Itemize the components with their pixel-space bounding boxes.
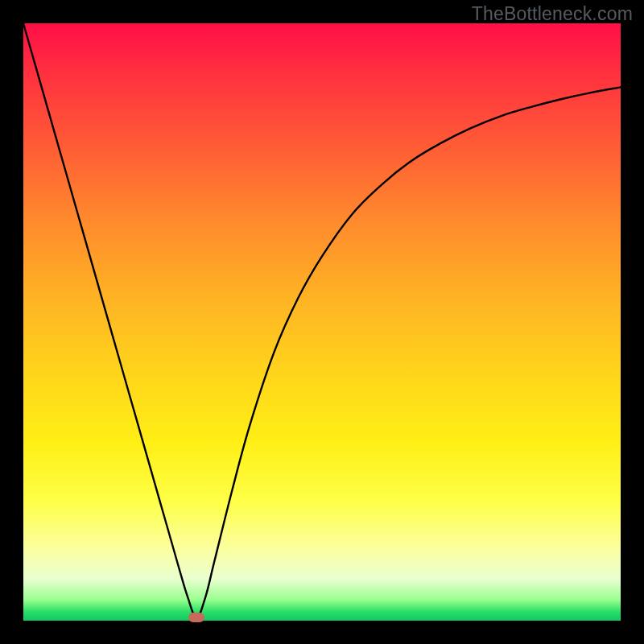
minimum-marker — [188, 613, 204, 622]
chart-frame: TheBottleneck.com — [0, 0, 644, 644]
plot-area — [23, 23, 621, 621]
watermark-text: TheBottleneck.com — [472, 3, 633, 25]
curve-svg — [23, 23, 621, 621]
bottleneck-curve — [23, 23, 621, 617]
